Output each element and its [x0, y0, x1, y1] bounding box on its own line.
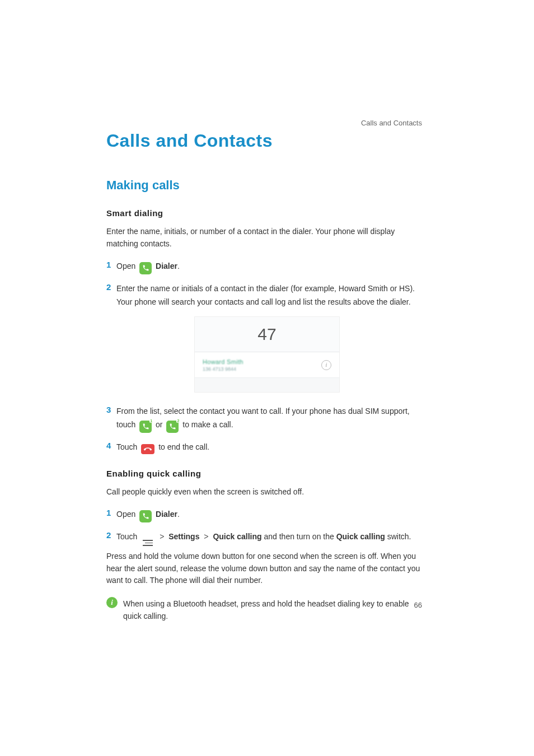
dialer-app-icon — [139, 262, 152, 274]
step-number: 2 — [106, 282, 116, 292]
contact-number: 136 4713 9844 — [203, 366, 243, 372]
step-1: 1 Open Dialer. — [106, 260, 428, 274]
info-icon: i — [321, 360, 331, 370]
step-number: 2 — [106, 530, 116, 540]
step-3: 3 From the list, select the contact you … — [106, 405, 428, 432]
contact-text: Howard Smith 136 4713 9844 — [203, 358, 243, 372]
quick-calling-para: Press and hold the volume down button fo… — [106, 550, 428, 587]
sim-1-badge: 1 — [149, 419, 153, 423]
dialer-screenshot: 47 Howard Smith 136 4713 9844 i — [194, 316, 340, 393]
text: to make a call. — [182, 420, 233, 429]
step-body: From the list, select the contact you wa… — [116, 405, 428, 432]
qc-step-2: 2 Touch > Settings > Quick calling and t… — [106, 530, 428, 546]
subheading-smart-dialing: Smart dialing — [106, 208, 428, 218]
step-number: 1 — [106, 260, 116, 269]
step-body: Open Dialer. — [116, 508, 428, 522]
dialer-label: Dialer — [156, 510, 177, 519]
quick-calling-label: Quick calling — [213, 532, 261, 541]
info-icon: i — [106, 597, 118, 608]
note: i When using a Bluetooth headset, press … — [106, 596, 428, 622]
text: switch. — [387, 532, 411, 541]
text: . — [177, 510, 180, 519]
step-body: Enter the name or initials of a contact … — [116, 282, 428, 309]
step-body: Touch > Settings > Quick calling and the… — [116, 530, 428, 546]
sim2-call-icon: 2 — [165, 418, 180, 433]
dialer-app-icon — [139, 510, 152, 522]
qc-step-1: 1 Open Dialer. — [106, 508, 428, 522]
step-2: 2 Enter the name or initials of a contac… — [106, 282, 428, 309]
section-making-calls: Making calls — [106, 178, 428, 193]
screenshot-bottom — [195, 377, 339, 392]
text: Touch — [116, 532, 139, 541]
text: Open — [116, 262, 138, 270]
menu-icon — [142, 540, 153, 546]
page-number: 66 — [414, 601, 422, 609]
contact-suggestion-row: Howard Smith 136 4713 9844 i — [195, 352, 339, 377]
sim-2-badge: 2 — [176, 419, 180, 423]
contact-name: Howard Smith — [203, 358, 243, 365]
typed-number-area: 47 — [195, 317, 339, 352]
text: . — [177, 262, 180, 270]
text: to end the call. — [158, 442, 209, 451]
typed-number: 47 — [257, 325, 276, 344]
step-number: 3 — [106, 405, 116, 414]
gt: > — [160, 532, 164, 541]
sim1-call-icon: 1 — [138, 418, 153, 433]
subheading-quick-calling: Enabling quick calling — [106, 469, 428, 478]
quick-calling-intro: Call people quickly even when the screen… — [106, 486, 428, 498]
step-body: Touch to end the call. — [116, 441, 428, 454]
text: Open — [116, 510, 138, 519]
dialer-label: Dialer — [156, 262, 177, 270]
header-breadcrumb: Calls and Contacts — [361, 119, 422, 127]
step-number: 4 — [106, 441, 116, 450]
gt: > — [204, 532, 208, 541]
text: and then turn on the — [264, 532, 336, 541]
settings-label: Settings — [168, 532, 199, 541]
step-4: 4 Touch to end the call. — [106, 441, 428, 454]
step-number: 1 — [106, 508, 116, 517]
text: or — [156, 420, 165, 429]
page-title: Calls and Contacts — [106, 130, 428, 151]
document-page: Calls and Contacts Calls and Contacts Ma… — [0, 0, 534, 756]
end-call-icon — [141, 444, 154, 454]
smart-dialing-intro: Enter the name, initials, or number of a… — [106, 226, 428, 250]
step-body: Open Dialer. — [116, 260, 428, 274]
note-text: When using a Bluetooth headset, press an… — [123, 596, 428, 622]
quick-calling-switch-label: Quick calling — [336, 532, 385, 541]
text: Touch — [116, 442, 139, 451]
